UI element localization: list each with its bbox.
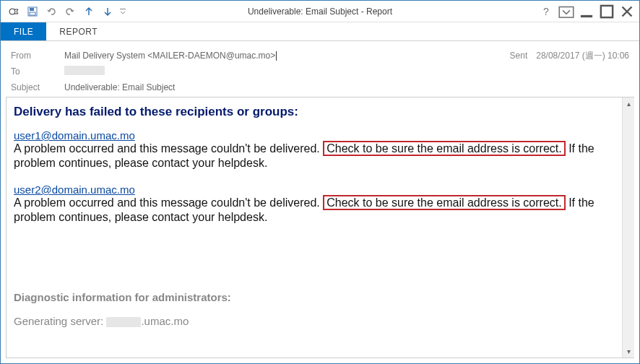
failure-heading: Delivery has failed to these recipients … [14,105,615,119]
sent-value: 28/08/2017 (週一) 10:06 [536,50,629,62]
subject-value: Undeliverable: Email Subject [64,82,629,92]
failure-block: user1@domain.umac.mo A problem occurred … [14,129,615,170]
svg-rect-5 [559,7,574,18]
ribbon-tabs: FILE REPORT [1,22,639,41]
close-button[interactable] [618,4,636,20]
subject-label: Subject [11,82,64,92]
message-body[interactable]: Delivery has failed to these recipients … [7,98,622,358]
save-button[interactable] [24,3,41,20]
svg-rect-7 [601,6,613,17]
window-controls: ? [537,1,636,22]
diagnostic-heading: Diagnostic information for administrator… [14,291,615,303]
tab-file[interactable]: FILE [1,22,46,40]
qat-customize-button[interactable] [118,3,128,20]
svg-rect-4 [120,9,126,9]
svg-rect-6 [581,15,592,17]
help-button[interactable]: ? [537,4,555,20]
svg-rect-3 [30,12,35,15]
sent-block: Sent 28/08/2017 (週一) 10:06 [510,50,629,62]
failed-recipient-link[interactable]: user2@domain.umac.mo [14,183,135,196]
from-label: From [11,51,64,61]
previous-item-button[interactable] [80,3,98,20]
sent-label: Sent [510,51,528,61]
scroll-down-button[interactable]: ▾ [623,345,635,358]
failed-recipient-link[interactable]: user1@domain.umac.mo [14,129,135,142]
highlighted-text: Check to be sure the email address is co… [323,195,565,210]
undo-button[interactable] [43,3,60,20]
title-bar: Undeliverable: Email Subject - Report ? [1,1,639,22]
quick-access-toolbar [1,3,128,20]
tab-report[interactable]: REPORT [46,22,111,40]
highlighted-text: Check to be sure the email address is co… [323,141,565,156]
ribbon-display-button[interactable] [557,4,576,20]
failure-message: A problem occurred and this message coul… [14,196,615,225]
redacted-text [106,317,141,327]
app-icon [5,3,22,20]
message-body-pane: Delivery has failed to these recipients … [6,97,634,358]
failure-block: user2@domain.umac.mo A problem occurred … [14,183,615,225]
scroll-up-button[interactable]: ▴ [623,98,635,110]
maximize-button[interactable] [597,4,616,20]
diagnostic-server-line: Generating server: .umac.mo [14,315,615,327]
svg-point-0 [9,9,15,14]
to-value [64,66,629,77]
from-value: Mail Delivery System <MAILER-DAEMON@umac… [64,51,510,61]
minimize-button[interactable] [577,4,596,20]
redacted-text [64,66,105,75]
redo-button[interactable] [61,3,79,20]
message-headers: From Mail Delivery System <MAILER-DAEMON… [1,41,639,102]
failure-message: A problem occurred and this message coul… [14,142,615,170]
text-cursor [276,51,277,61]
to-label: To [11,66,64,77]
vertical-scrollbar[interactable]: ▴ ▾ [622,98,634,358]
next-item-button[interactable] [99,3,116,20]
svg-rect-2 [30,8,34,11]
